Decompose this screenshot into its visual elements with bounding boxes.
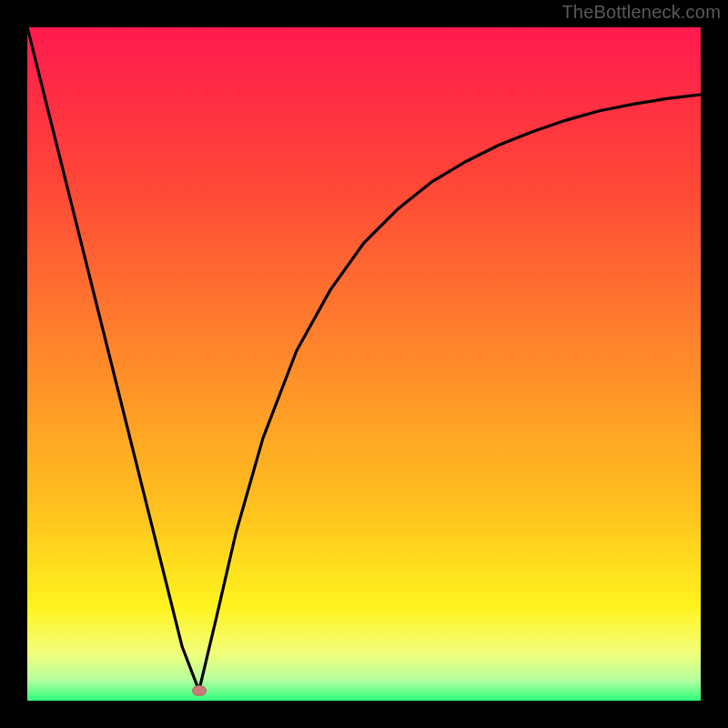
curve-path xyxy=(27,27,701,691)
watermark-text: TheBottleneck.com xyxy=(561,2,721,23)
plot-area xyxy=(27,27,701,701)
chart-frame: TheBottleneck.com xyxy=(0,0,728,728)
minimum-marker xyxy=(192,685,207,696)
bottleneck-curve xyxy=(27,27,701,701)
